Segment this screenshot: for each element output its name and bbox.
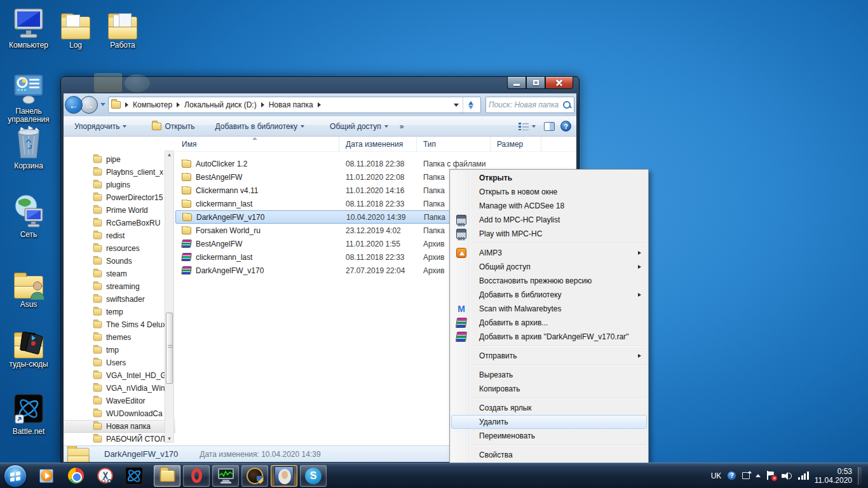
search-input[interactable] <box>489 100 562 109</box>
network-signal-icon[interactable] <box>798 471 809 480</box>
show-desktop-button[interactable] <box>858 467 862 485</box>
maximize-button[interactable] <box>526 77 545 89</box>
column-header-name[interactable]: Имя <box>175 137 339 151</box>
scrollbar-thumb[interactable] <box>166 313 173 384</box>
preview-pane-button[interactable] <box>544 122 555 131</box>
tree-item[interactable]: redist <box>64 229 175 242</box>
taskbar-item-game-launcher[interactable] <box>241 465 268 487</box>
language-indicator[interactable]: UK <box>711 471 722 480</box>
tree-item[interactable]: Users <box>64 356 175 369</box>
taskbar-item-battlenet[interactable] <box>121 465 147 487</box>
scroll-up-icon[interactable]: ▲ <box>166 152 173 158</box>
breadcrumb[interactable]: Компьютер Локальный диск (D:) Новая папк… <box>108 97 481 113</box>
tree-item[interactable]: Prime World <box>64 204 175 217</box>
menu-item-delete[interactable]: Удалить <box>451 415 647 429</box>
desktop-icon-tudy-sudy[interactable]: туды-сюды <box>4 324 53 369</box>
menu-item-open-new-window[interactable]: Открыть в новом окне <box>451 185 647 199</box>
tree-item[interactable]: themes <box>64 331 175 344</box>
desktop-icon-recycle-bin[interactable]: Корзина <box>4 126 53 170</box>
search-box[interactable] <box>485 97 574 113</box>
recent-pages-caret[interactable] <box>100 103 105 106</box>
desktop-icon-asus[interactable]: Asus <box>4 264 53 309</box>
desktop-icon-log[interactable]: Log <box>51 5 100 50</box>
tree-item[interactable]: РАБОЧИЙ СТОЛ <box>64 433 175 445</box>
taskbar-item-media-player[interactable] <box>33 465 60 487</box>
desktop-icon-computer[interactable]: Компьютер <box>4 5 53 50</box>
add-to-library-button[interactable]: Добавить в библиотеку <box>210 119 311 133</box>
menu-item-mpc-play[interactable]: Play with MPC-HC <box>451 227 647 241</box>
tree-item[interactable]: streaming <box>64 280 175 293</box>
file-row[interactable]: AutoClicker 1.2 08.11.2018 22:38 Папка с… <box>175 157 576 170</box>
menu-item-malwarebytes[interactable]: MScan with Malwarebytes <box>451 302 647 316</box>
taskbar-item-forsaken-world[interactable] <box>271 465 297 487</box>
clock[interactable]: 0:53 11.04.2020 <box>815 467 852 485</box>
scroll-down-icon[interactable]: ▼ <box>166 436 173 442</box>
tree-item[interactable]: VGA_nVidia_Win <box>64 382 175 395</box>
address-dropdown-caret[interactable] <box>454 104 459 107</box>
action-center-flag-icon[interactable]: ✕ <box>766 471 776 480</box>
menu-item-add-to-archive[interactable]: Добавить в архив... <box>451 316 647 330</box>
menu-item-share[interactable]: Общий доступ <box>451 260 647 274</box>
desktop-icon-control-panel[interactable]: Панель управления <box>4 71 53 124</box>
volume-icon[interactable] <box>782 471 792 480</box>
menu-item-properties[interactable]: Свойства <box>451 448 647 462</box>
tree-item[interactable]: Sounds <box>64 255 175 268</box>
tree-item[interactable]: swiftshader <box>64 293 175 306</box>
minimize-button[interactable] <box>507 77 526 89</box>
search-icon[interactable] <box>562 100 571 109</box>
taskbar-item-skype[interactable]: S <box>300 465 327 487</box>
tree-item[interactable]: plugins <box>64 179 175 191</box>
menu-item-aimp3[interactable]: AIMP3 <box>451 246 647 260</box>
taskbar-item-snipping-tool[interactable] <box>92 465 118 487</box>
tree-item[interactable]: WaveEditor <box>64 395 175 407</box>
tree-item[interactable]: pipe <box>64 153 175 166</box>
column-header-date[interactable]: Дата изменения <box>339 137 417 151</box>
menu-item-acdsee[interactable]: Manage with ACDSee 18 <box>451 199 647 213</box>
taskbar-item-chrome[interactable] <box>62 465 89 487</box>
taskbar-item-monitor-app[interactable] <box>212 465 239 487</box>
breadcrumb-item-new-folder[interactable]: Новая папка <box>269 100 313 109</box>
language-help-icon[interactable]: ? <box>727 471 736 480</box>
menu-item-cut[interactable]: Вырезать <box>451 368 647 382</box>
menu-item-send-to[interactable]: Отправить <box>451 349 647 363</box>
taskbar-item-explorer[interactable] <box>154 465 180 487</box>
tree-item[interactable]: VGA_Intel_HD_G <box>64 369 175 382</box>
menu-item-add-to-archive-named[interactable]: Добавить в архив "DarkAngelFW_v170.rar" <box>451 330 647 344</box>
breadcrumb-item-disk-d[interactable]: Локальный диск (D:) <box>184 100 257 109</box>
tree-item[interactable]: WUDownloadCa <box>64 407 175 420</box>
close-button[interactable] <box>545 77 573 89</box>
tree-scrollbar[interactable]: ▲ ▼ <box>165 151 174 443</box>
menu-item-copy[interactable]: Копировать <box>451 382 647 396</box>
refresh-button[interactable] <box>463 97 478 112</box>
organize-button[interactable]: Упорядочить <box>69 119 132 133</box>
back-button[interactable]: ← <box>65 96 83 114</box>
tree-item[interactable]: resources <box>64 242 175 255</box>
tree-item-selected[interactable]: Новая папка <box>64 420 175 433</box>
help-button[interactable]: ? <box>560 121 571 132</box>
open-button[interactable]: Открыть <box>146 119 200 133</box>
toolbar-overflow-button[interactable]: » <box>394 119 410 133</box>
desktop-icon-battlenet[interactable]: Battle.net <box>4 391 53 436</box>
column-header-type[interactable]: Тип <box>417 137 491 151</box>
menu-item-open[interactable]: Открыть <box>451 171 647 185</box>
window-titlebar[interactable] <box>61 77 579 93</box>
tree-item[interactable]: PowerDirector15 <box>64 191 175 204</box>
menu-item-create-shortcut[interactable]: Создать ярлык <box>451 401 647 415</box>
start-button[interactable] <box>4 464 27 487</box>
tree-item[interactable]: Playbns_client_x <box>64 166 175 179</box>
change-view-button[interactable] <box>516 119 538 133</box>
tree-item[interactable]: tmp <box>64 344 175 356</box>
breadcrumb-item-computer[interactable]: Компьютер <box>133 100 172 109</box>
tree-item[interactable]: steam <box>64 268 175 280</box>
keyboard-layout-icon[interactable] <box>742 472 750 479</box>
tree-item[interactable]: temp <box>64 306 175 318</box>
share-button[interactable]: Общий доступ <box>324 119 394 133</box>
desktop-icon-rabota[interactable]: Работа <box>98 5 147 50</box>
menu-item-mpc-playlist[interactable]: Add to MPC-HC Playlist <box>451 213 647 227</box>
menu-item-rename[interactable]: Переименовать <box>451 429 647 443</box>
show-hidden-icons-arrow[interactable] <box>756 474 761 477</box>
tree-item[interactable]: RcGameBoxRU <box>64 217 175 229</box>
menu-item-restore-version[interactable]: Восстановить прежнюю версию <box>451 274 647 288</box>
taskbar-item-opera[interactable] <box>183 465 210 487</box>
menu-item-add-to-library[interactable]: Добавить в библиотеку <box>451 288 647 302</box>
